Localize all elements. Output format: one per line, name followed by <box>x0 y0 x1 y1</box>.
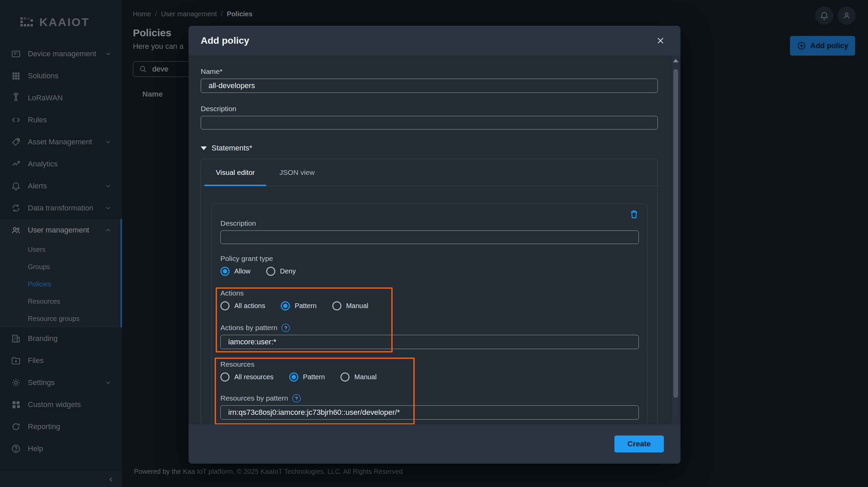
modal-title: Add policy <box>201 35 249 46</box>
create-button[interactable]: Create <box>614 435 664 452</box>
radio-circle <box>220 301 230 310</box>
statement-card: Description Policy grant type Allow Deny <box>211 204 647 424</box>
caret-down-icon <box>201 146 207 150</box>
scrollbar-thumb[interactable] <box>673 69 678 398</box>
resources-pattern-help-icon[interactable]: ? <box>292 394 301 403</box>
statements-label: Statements* <box>212 144 252 153</box>
radio-label: Allow <box>234 267 251 275</box>
radio-all-resources[interactable]: All resources <box>220 372 274 382</box>
delete-statement-icon[interactable] <box>629 209 639 220</box>
statements-editor: Visual editor JSON view Description Poli… <box>201 159 658 424</box>
name-field-label: Name* <box>201 67 658 76</box>
statement-description-field[interactable] <box>220 230 639 244</box>
radio-circle <box>220 267 230 276</box>
actions-pattern-help-icon[interactable]: ? <box>281 324 290 332</box>
actions-by-pattern-field[interactable] <box>220 335 639 349</box>
policy-grant-type-options: Allow Deny <box>220 266 639 277</box>
statements-tabbar: Visual editor JSON view <box>201 159 657 186</box>
radio-circle <box>340 372 350 382</box>
radio-circle <box>332 301 341 310</box>
statements-collapse-toggle[interactable]: Statements* <box>201 144 658 153</box>
description-field-label: Description <box>201 104 658 113</box>
policy-grant-type-label: Policy grant type <box>220 254 639 263</box>
statement-description-label: Description <box>220 219 639 228</box>
radio-circle <box>289 372 298 382</box>
actions-label: Actions <box>220 289 639 298</box>
actions-options: All actions Pattern Manual <box>220 300 639 311</box>
modal-footer: Create <box>189 424 680 464</box>
radio-label: All actions <box>234 302 265 310</box>
resources-by-pattern-label: Resources by pattern <box>220 394 288 403</box>
radio-label: Deny <box>280 267 296 275</box>
radio-label: Pattern <box>303 373 325 381</box>
radio-circle <box>281 301 290 310</box>
radio-deny[interactable]: Deny <box>266 267 296 276</box>
radio-label: Pattern <box>295 302 316 310</box>
add-policy-modal: Add policy Name* Description Statements*… <box>189 26 680 464</box>
close-icon[interactable] <box>655 36 666 46</box>
resources-label: Resources <box>220 360 639 369</box>
resources-by-pattern-field[interactable] <box>220 405 639 420</box>
modal-scrollbar[interactable] <box>672 56 679 424</box>
modal-header: Add policy <box>189 26 680 56</box>
radio-allow[interactable]: Allow <box>220 267 251 276</box>
actions-by-pattern-label: Actions by pattern <box>220 323 277 332</box>
radio-circle <box>266 267 275 276</box>
radio-all-actions[interactable]: All actions <box>220 301 265 310</box>
radio-label: Manual <box>346 302 369 310</box>
description-field[interactable] <box>201 116 658 129</box>
radio-label: Manual <box>354 373 377 381</box>
resources-options: All resources Pattern Manual <box>220 371 639 382</box>
tab-visual-editor[interactable]: Visual editor <box>204 159 266 186</box>
radio-actions-manual[interactable]: Manual <box>332 301 369 310</box>
modal-body: Name* Description Statements* Visual edi… <box>189 56 680 424</box>
radio-resources-manual[interactable]: Manual <box>340 372 377 382</box>
radio-label: All resources <box>234 373 274 381</box>
tab-json-view[interactable]: JSON view <box>266 159 328 186</box>
radio-actions-pattern[interactable]: Pattern <box>281 301 316 310</box>
radio-resources-pattern[interactable]: Pattern <box>289 372 325 382</box>
scrollbar-up-arrow-icon[interactable] <box>673 59 678 62</box>
name-field[interactable] <box>201 79 658 93</box>
radio-circle <box>220 372 230 382</box>
